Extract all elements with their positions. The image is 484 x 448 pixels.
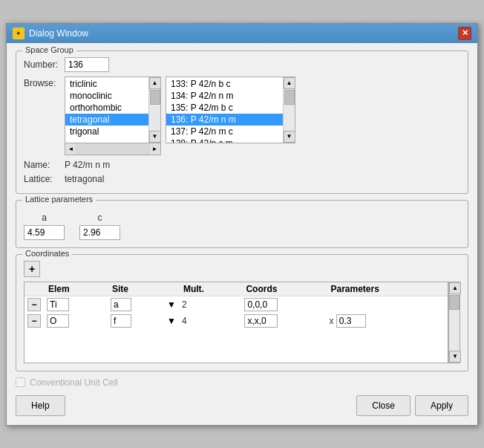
coords-scroll-down[interactable]: ▼ xyxy=(449,351,461,363)
list-item[interactable]: triclinic xyxy=(65,78,148,90)
crystal-system-listbox: triclinic monoclinic orthorhombic tetrag… xyxy=(65,77,161,143)
mult-cell: 2 xyxy=(179,296,242,313)
param-a-col: a xyxy=(24,212,65,240)
horizontal-scrollbar[interactable]: ◄ ► xyxy=(65,143,161,155)
site-input[interactable] xyxy=(111,298,131,311)
browse-row: Browse: triclinic monoclinic orthorhombi… xyxy=(24,77,460,155)
sg-list-item[interactable]: 137: P 42/n m c xyxy=(166,126,283,137)
col-mult: Mult. xyxy=(179,282,242,296)
sg-scroll-track xyxy=(284,89,295,131)
params-cell: x xyxy=(326,313,448,329)
name-value: P 42/m n m xyxy=(65,160,110,170)
crystal-system-list[interactable]: triclinic monoclinic orthorhombic tetrag… xyxy=(65,77,148,143)
list-item[interactable]: trigonal xyxy=(65,126,148,137)
number-label: Number: xyxy=(24,59,65,70)
remove-row-button[interactable]: − xyxy=(27,298,41,311)
site-arrow-cell: ▼ xyxy=(164,296,179,313)
param-c-col: c xyxy=(79,212,120,240)
apply-button[interactable]: Apply xyxy=(415,395,468,416)
site-input[interactable] xyxy=(111,314,131,328)
coords-scroll-track xyxy=(449,294,460,351)
elem-input[interactable] xyxy=(47,314,69,328)
conventional-unit-cell-checkbox[interactable] xyxy=(16,377,25,387)
sg-scroll-up[interactable]: ▲ xyxy=(284,77,295,89)
mult-value: 4 xyxy=(182,316,187,326)
site-arrow-cell: ▼ xyxy=(164,313,179,329)
right-button-group: Close Apply xyxy=(356,395,468,416)
param-c-input[interactable] xyxy=(79,225,120,240)
window-title: Dialog Window xyxy=(29,28,88,39)
site-dropdown-arrow[interactable]: ▼ xyxy=(167,299,176,310)
list-item-selected[interactable]: tetragonal xyxy=(65,114,148,126)
remove-row-button[interactable]: − xyxy=(27,314,41,328)
scroll-track xyxy=(149,89,160,131)
col-arrow xyxy=(164,282,179,296)
scroll-up-arrow[interactable]: ▲ xyxy=(149,77,161,89)
site-cell xyxy=(108,296,164,313)
lattice-params-section: Lattice parameters a c xyxy=(16,200,468,248)
elem-cell xyxy=(44,296,108,313)
number-row: Number: xyxy=(24,57,460,72)
param-a-label: a xyxy=(42,212,47,223)
help-button[interactable]: Help xyxy=(16,395,65,416)
coordinates-title: Coordinates xyxy=(22,249,72,258)
param-x-input[interactable] xyxy=(336,314,366,328)
minus-cell: − xyxy=(24,296,44,313)
sg-list-item-selected[interactable]: 136: P 42/m n m xyxy=(166,114,283,126)
coords-scroll-thumb[interactable] xyxy=(449,295,460,310)
col-elem: Elem xyxy=(44,282,108,296)
titlebar: ✦ Dialog Window ✕ xyxy=(7,24,477,43)
space-group-title: Space Group xyxy=(22,45,76,54)
coords-cell xyxy=(241,313,326,329)
coords-scrollbar[interactable]: ▲ ▼ xyxy=(448,282,460,363)
lattice-params-row: a c xyxy=(24,212,460,240)
coords-table-inner: Elem Site Mult. Coords Parameters xyxy=(24,282,448,363)
bottom-buttons: Help Close Apply xyxy=(16,395,468,416)
coords-input[interactable] xyxy=(244,298,278,311)
dialog-window: ✦ Dialog Window ✕ Space Group Number: Br… xyxy=(6,23,478,426)
h-scroll-track xyxy=(77,143,148,155)
mult-cell: 4 xyxy=(179,313,242,329)
scroll-thumb[interactable] xyxy=(150,90,160,105)
minus-cell: − xyxy=(24,313,44,329)
sg-list-item[interactable]: 138: P 42/n c m xyxy=(166,137,283,143)
listbox-scrollbar[interactable]: ▲ ▼ xyxy=(148,77,160,143)
add-row-button[interactable]: + xyxy=(24,261,40,277)
params-cell xyxy=(326,296,448,313)
col-params: Parameters xyxy=(326,282,448,296)
scroll-down-arrow[interactable]: ▼ xyxy=(149,131,161,143)
site-dropdown-arrow[interactable]: ▼ xyxy=(167,316,176,326)
col-coords: Coords xyxy=(241,282,326,296)
coords-input[interactable] xyxy=(244,314,278,328)
x-param-label: x xyxy=(329,316,333,326)
spacegroup-list[interactable]: 133: P 42/n b c 134: P 42/n n m 135: P 4… xyxy=(166,77,283,143)
h-scroll-right-arrow[interactable]: ► xyxy=(148,143,160,155)
browse-label: Browse: xyxy=(24,77,65,88)
param-a-input[interactable] xyxy=(24,225,65,240)
name-row: Name: P 42/m n m xyxy=(24,160,460,170)
col-site: Site xyxy=(108,282,164,296)
list-item[interactable]: monoclinic xyxy=(65,90,148,102)
close-button[interactable]: Close xyxy=(356,395,411,416)
table-row: − ▼ xyxy=(24,313,448,329)
sg-scroll-thumb[interactable] xyxy=(284,90,295,105)
sg-list-item[interactable]: 135: P 42/m b c xyxy=(166,102,283,114)
h-scroll-left-arrow[interactable]: ◄ xyxy=(65,143,77,155)
lattice-params-title: Lattice parameters xyxy=(22,195,96,204)
site-cell xyxy=(108,313,164,329)
conventional-unit-cell-row: Conventional Unit Cell xyxy=(16,377,468,388)
coords-scroll-up[interactable]: ▲ xyxy=(449,282,461,294)
sg-list-item[interactable]: 134: P 42/n n m xyxy=(166,90,283,102)
close-window-button[interactable]: ✕ xyxy=(458,27,471,40)
sg-scrollbar[interactable]: ▲ ▼ xyxy=(283,77,295,143)
col-minus xyxy=(24,282,44,296)
lattice-row: Lattice: tetragonal xyxy=(24,174,460,184)
elem-input[interactable] xyxy=(47,298,69,311)
number-input[interactable] xyxy=(65,57,109,72)
sg-scroll-down[interactable]: ▼ xyxy=(284,131,295,143)
spacegroup-listbox: 133: P 42/n b c 134: P 42/n n m 135: P 4… xyxy=(166,77,295,143)
sg-list-item[interactable]: 133: P 42/n b c xyxy=(166,78,283,90)
lattice-label: Lattice: xyxy=(24,174,65,184)
coords-cell xyxy=(241,296,326,313)
list-item[interactable]: orthorhombic xyxy=(65,102,148,114)
